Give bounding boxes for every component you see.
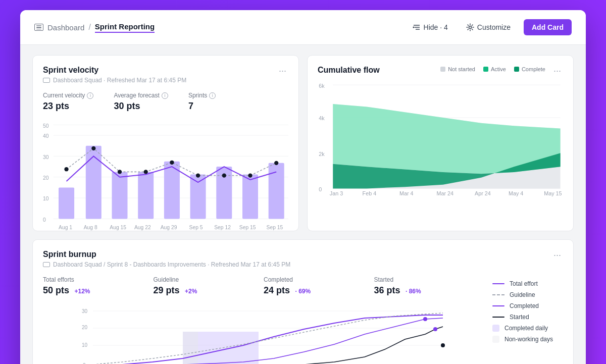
svg-text:Mar 4: Mar 4 (399, 190, 414, 196)
breadcrumb: Dashboard / Sprint Reporting (34, 22, 155, 33)
avg-forecast-label: Average forecast i (114, 92, 168, 99)
legend-nonworking: Non-working days (492, 336, 563, 343)
customize-button[interactable]: Customize (461, 20, 516, 34)
hide-icon (413, 23, 421, 31)
cumulative-title: Cumulative flow (318, 66, 380, 75)
cumulative-card: Cumulative flow Not started Active (307, 55, 574, 231)
stat-guideline-change: +2% (185, 288, 197, 295)
burnup-card: Sprint burnup Dashboard Squad / Sprint 8… (32, 239, 574, 364)
svg-text:Sep 15: Sep 15 (267, 225, 283, 230)
breadcrumb-dashboard[interactable]: Dashboard (47, 23, 84, 32)
velocity-subtitle-text: Dashboard Squad · Refreshed Mar 17 at 6:… (53, 77, 186, 84)
burnup-subtitle-text: Dashboard Squad / Sprint 8 - Dashboards … (53, 261, 290, 268)
metrics-row: Current velocity i 23 pts Average foreca… (43, 92, 288, 112)
forecast-dot-3 (144, 170, 148, 174)
stat-completed-label: Completed (264, 276, 374, 283)
squad-icon (43, 78, 50, 83)
dot-completed-1 (423, 317, 427, 321)
legend-guideline: Guideline (492, 291, 563, 298)
stat-guideline-label: Guideline (154, 276, 264, 283)
top-row: Sprint velocity Dashboard Squad · Refres… (32, 55, 574, 231)
legend-label-completed: Completed (510, 302, 539, 309)
sprints-metric: Sprints i 7 (188, 92, 216, 112)
velocity-menu-button[interactable]: ··· (277, 66, 288, 76)
svg-text:Sep 15: Sep 15 (239, 225, 256, 230)
svg-text:20: 20 (82, 325, 88, 330)
stat-guideline: Guideline 29 pts +2% (154, 276, 264, 296)
svg-point-4 (469, 26, 471, 29)
legend-dot-not-started (440, 67, 445, 72)
forecast-dot-6 (222, 174, 226, 178)
breadcrumb-separator: / (88, 23, 90, 32)
forecast-dot-5 (196, 174, 200, 178)
stat-started: Started 36 pts · 86% (374, 276, 485, 296)
stat-started-label: Started (374, 276, 485, 283)
stat-completed-change: · 69% (295, 288, 311, 295)
bar-5 (190, 175, 206, 219)
svg-text:30: 30 (82, 308, 88, 314)
legend-box-completed-daily (492, 325, 499, 332)
bar-3 (138, 172, 154, 219)
legend-box-nonworking (492, 336, 499, 343)
legend-completed: Completed (492, 302, 563, 309)
forecast-dot-4 (170, 161, 174, 165)
legend-label-nonworking: Non-working days (504, 336, 553, 343)
cumulative-legend: Not started Active Complete (440, 66, 545, 72)
legend-line-completed (492, 305, 504, 306)
forecast-dot-8 (274, 161, 278, 165)
breadcrumb-current: Sprint Reporting (95, 22, 155, 33)
svg-text:May 15: May 15 (544, 190, 562, 196)
legend-label-not-started: Not started (448, 66, 475, 72)
burnup-stats: Total efforts 50 pts +12% Guideline 29 p… (43, 276, 484, 296)
avg-forecast-value: 30 pts (114, 101, 168, 112)
svg-text:6k: 6k (319, 83, 325, 89)
stat-completed-value: 24 pts (264, 285, 290, 295)
forecast-dot-1 (91, 146, 95, 150)
legend-dot-complete (514, 67, 519, 72)
info-icon-2: i (209, 92, 216, 99)
legend-label-started: Started (510, 314, 529, 321)
bar-8 (269, 163, 284, 219)
legend-not-started: Not started (440, 66, 475, 72)
svg-text:Sep 12: Sep 12 (214, 225, 231, 230)
svg-text:Mar 24: Mar 24 (436, 190, 453, 196)
main-container: Dashboard / Sprint Reporting Hide · 4 C (20, 10, 586, 364)
hide-label: Hide · 4 (424, 23, 448, 31)
bar-7 (242, 175, 258, 219)
hide-button[interactable]: Hide · 4 (408, 20, 453, 34)
sprints-value: 7 (188, 101, 216, 112)
header-actions: Hide · 4 Customize Add Card (408, 19, 572, 35)
current-velocity-label: Current velocity i (43, 92, 93, 99)
svg-text:50: 50 (43, 123, 49, 129)
gear-icon (466, 23, 474, 31)
legend-dot-active (483, 67, 488, 72)
legend-total-effort: Total effort (492, 280, 563, 287)
velocity-chart: 0 10 20 30 40 50 (43, 120, 288, 224)
svg-text:20: 20 (43, 175, 49, 181)
nonworking-1 (183, 332, 198, 364)
add-card-button[interactable]: Add Card (524, 19, 572, 35)
svg-text:0: 0 (319, 186, 322, 192)
header: Dashboard / Sprint Reporting Hide · 4 C (20, 10, 586, 45)
avg-forecast-metric: Average forecast i 30 pts (114, 92, 168, 112)
forecast-dot-7 (248, 174, 252, 178)
legend-line-total (492, 283, 504, 284)
cumulative-menu-button[interactable]: ··· (551, 66, 563, 76)
svg-text:0: 0 (43, 217, 46, 223)
svg-text:Jan 3: Jan 3 (330, 190, 343, 196)
velocity-subtitle: Dashboard Squad · Refreshed Mar 17 at 6:… (43, 77, 186, 84)
stat-total-efforts-label: Total efforts (43, 276, 154, 283)
burnup-menu-button[interactable]: ··· (551, 250, 563, 261)
stat-total-efforts: Total efforts 50 pts +12% (43, 276, 154, 296)
legend-active: Active (483, 66, 506, 72)
dot-started-1 (433, 327, 437, 331)
velocity-card: Sprint velocity Dashboard Squad · Refres… (32, 55, 299, 231)
svg-text:Apr 24: Apr 24 (475, 190, 491, 196)
stat-completed: Completed 24 pts · 69% (264, 276, 374, 296)
cumulative-chart: 0 2k 4k 6k (318, 77, 563, 197)
forecast-dot-0 (64, 167, 68, 171)
svg-text:Aug 15: Aug 15 (110, 225, 126, 230)
content: Sprint velocity Dashboard Squad · Refres… (20, 45, 586, 364)
legend-line-guideline (492, 294, 504, 295)
svg-point-3 (413, 27, 414, 28)
